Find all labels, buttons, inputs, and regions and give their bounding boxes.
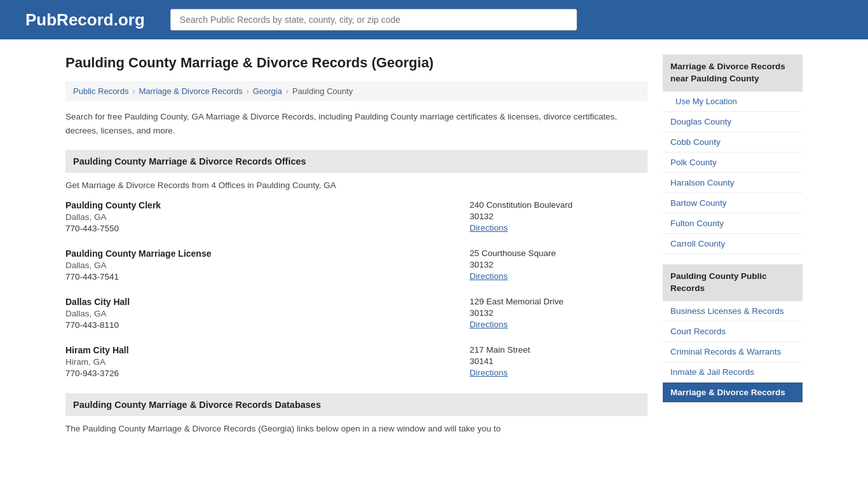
site-header: PubRecord.org [0, 0, 868, 39]
office-zip: 30141 [470, 356, 648, 366]
office-zip: 30132 [470, 308, 648, 318]
office-phone: 770-443-7541 [65, 272, 470, 281]
sidebar-pr-item-4[interactable]: Marriage & Divorce Records [663, 383, 803, 403]
breadcrumb-sep-2: › [247, 87, 249, 96]
search-input[interactable] [170, 9, 577, 30]
office-city: Dallas, GA [65, 261, 470, 270]
sidebar-nearby-item-0[interactable]: Use My Location [663, 92, 803, 112]
sidebar-nearby-item-7[interactable]: Carroll County [663, 234, 803, 254]
sidebar-nearby-item-5[interactable]: Bartow County [663, 193, 803, 214]
office-right-3: 217 Main Street 30141 Directions [470, 345, 648, 378]
office-entry: Hiram City Hall Hiram, GA 770-943-3726 2… [65, 345, 648, 378]
office-right-2: 129 East Memorial Drive 30132 Directions [470, 297, 648, 330]
directions-link[interactable]: Directions [470, 320, 508, 329]
sidebar-pr-item-3[interactable]: Inmate & Jail Records [663, 362, 803, 383]
office-phone: 770-443-7550 [65, 224, 470, 233]
page-title: Paulding County Marriage & Divorce Recor… [65, 55, 648, 71]
office-right-1: 25 Courthouse Square 30132 Directions [470, 248, 648, 281]
sidebar-nearby-items: Use My LocationDouglas CountyCobb County… [663, 92, 803, 254]
sidebar-public-records-items: Business Licenses & RecordsCourt Records… [663, 301, 803, 403]
office-address: 217 Main Street [470, 345, 648, 355]
office-entry: Paulding County Marriage License Dallas,… [65, 248, 648, 281]
main-content: Paulding County Marriage & Divorce Recor… [65, 55, 648, 444]
offices-container: Paulding County Clerk Dallas, GA 770-443… [65, 200, 648, 378]
directions-link[interactable]: Directions [470, 223, 508, 233]
office-city: Dallas, GA [65, 212, 470, 222]
sidebar-nearby-item-2[interactable]: Cobb County [663, 132, 803, 152]
breadcrumb: Public Records › Marriage & Divorce Reco… [65, 81, 648, 101]
sidebar: Marriage & Divorce Records near Paulding… [663, 55, 803, 444]
office-name: Paulding County Marriage License [65, 248, 470, 259]
office-address: 25 Courthouse Square [470, 248, 648, 258]
office-city: Dallas, GA [65, 309, 470, 318]
breadcrumb-sep-3: › [286, 87, 288, 96]
directions-link[interactable]: Directions [470, 368, 508, 377]
offices-section-header: Paulding County Marriage & Divorce Recor… [65, 150, 648, 173]
office-address: 129 East Memorial Drive [470, 297, 648, 306]
breadcrumb-marriage-divorce[interactable]: Marriage & Divorce Records [139, 86, 242, 96]
sidebar-nearby-item-4[interactable]: Haralson County [663, 173, 803, 193]
databases-section-header: Paulding County Marriage & Divorce Recor… [65, 393, 648, 416]
sidebar-nearby-item-6[interactable]: Fulton County [663, 214, 803, 234]
site-logo[interactable]: PubRecord.org [25, 10, 145, 30]
office-right-0: 240 Constitution Boulevard 30132 Directi… [470, 200, 648, 233]
breadcrumb-public-records[interactable]: Public Records [73, 86, 128, 96]
breadcrumb-current: Paulding County [292, 86, 353, 96]
office-phone: 770-943-3726 [65, 369, 470, 378]
office-entry: Dallas City Hall Dallas, GA 770-443-8110… [65, 297, 648, 330]
office-left-2: Dallas City Hall Dallas, GA 770-443-8110 [65, 297, 470, 330]
breadcrumb-sep-1: › [132, 87, 135, 96]
office-name: Hiram City Hall [65, 345, 470, 355]
sidebar-public-records-header: Paulding County Public Records [663, 264, 803, 301]
office-zip: 30132 [470, 260, 648, 269]
main-layout: Paulding County Marriage & Divorce Recor… [53, 39, 815, 459]
databases-description: The Paulding County Marriage & Divorce R… [65, 424, 648, 433]
directions-link[interactable]: Directions [470, 271, 508, 281]
office-address: 240 Constitution Boulevard [470, 200, 648, 210]
office-name: Paulding County Clerk [65, 200, 470, 210]
office-entry: Paulding County Clerk Dallas, GA 770-443… [65, 200, 648, 233]
breadcrumb-georgia[interactable]: Georgia [253, 86, 282, 96]
office-left-1: Paulding County Marriage License Dallas,… [65, 248, 470, 281]
sidebar-pr-item-2[interactable]: Criminal Records & Warrants [663, 342, 803, 362]
sidebar-pr-item-1[interactable]: Court Records [663, 322, 803, 342]
search-bar [170, 9, 577, 30]
office-left-0: Paulding County Clerk Dallas, GA 770-443… [65, 200, 470, 233]
office-name: Dallas City Hall [65, 297, 470, 307]
office-zip: 30132 [470, 212, 648, 221]
offices-sub-text: Get Marriage & Divorce Records from 4 Of… [65, 180, 648, 190]
office-left-3: Hiram City Hall Hiram, GA 770-943-3726 [65, 345, 470, 378]
sidebar-nearby-item-1[interactable]: Douglas County [663, 112, 803, 132]
page-description: Search for free Paulding County, GA Marr… [65, 110, 648, 137]
sidebar-nearby-item-3[interactable]: Polk County [663, 152, 803, 173]
office-phone: 770-443-8110 [65, 320, 470, 330]
sidebar-pr-item-0[interactable]: Business Licenses & Records [663, 301, 803, 322]
sidebar-nearby-header: Marriage & Divorce Records near Paulding… [663, 55, 803, 92]
office-city: Hiram, GA [65, 357, 470, 367]
